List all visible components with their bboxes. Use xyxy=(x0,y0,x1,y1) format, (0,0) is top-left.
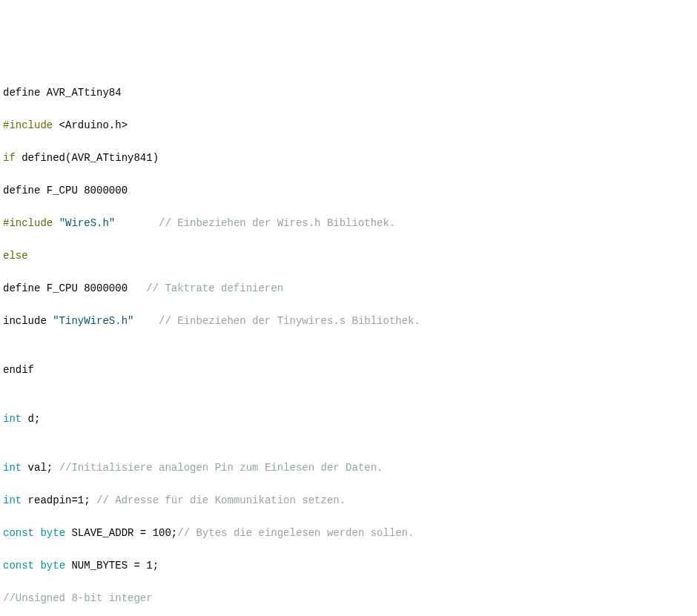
code-line: int readpin=1; // Adresse für die Kommun… xyxy=(3,492,694,509)
code-text: d; xyxy=(22,413,40,425)
code-line: const byte SLAVE_ADDR = 100;// Bytes die… xyxy=(3,525,694,541)
code-line: const byte NUM_BYTES = 1; xyxy=(3,557,694,574)
code-text: defined(AVR_ATtiny841) xyxy=(16,152,159,164)
code-line: #include "WireS.h" // Einbeziehen der Wi… xyxy=(3,215,694,231)
string-literal: "TinyWireS.h" xyxy=(53,315,133,327)
code-line: else xyxy=(3,248,694,264)
comment: //Unsigned 8-bit integer xyxy=(3,592,153,604)
code-block: define AVR_ATtiny84 #include <Arduino.h>… xyxy=(3,68,694,616)
preprocessor-directive: #include xyxy=(3,217,53,229)
string-literal: "WireS.h" xyxy=(59,217,116,229)
comment: // Adresse für die Kommunikation setzen. xyxy=(96,494,346,506)
code-text xyxy=(133,315,159,327)
type-keyword: byte xyxy=(40,560,65,572)
code-text: SLAVE_ADDR = 100; xyxy=(65,527,177,539)
code-text: define AVR_ATtiny84 xyxy=(3,87,122,99)
code-text xyxy=(115,217,159,229)
code-line: if defined(AVR_ATtiny841) xyxy=(3,150,694,166)
code-text: NUM_BYTES = 1; xyxy=(65,560,159,572)
type-keyword: const xyxy=(3,527,34,539)
comment: // Einbeziehen der Tinywires.s Bibliothe… xyxy=(159,315,420,327)
type-keyword: int xyxy=(3,413,22,425)
preprocessor-directive: else xyxy=(3,250,28,262)
comment: // Einbeziehen der Wires.h Bibliothek. xyxy=(159,217,395,229)
code-line: endif xyxy=(3,362,694,378)
code-line: include "TinyWireS.h" // Einbeziehen der… xyxy=(3,313,694,329)
code-line: int val; //Initialisiere analogen Pin zu… xyxy=(3,460,694,476)
code-line: define F_CPU 8000000 xyxy=(3,182,694,199)
comment: // Bytes die eingelesen werden sollen. xyxy=(177,527,414,539)
code-text: <Arduino.h> xyxy=(53,119,128,131)
preprocessor-directive: #include xyxy=(3,119,53,131)
type-keyword: const xyxy=(3,560,34,572)
code-text: val; xyxy=(22,462,59,474)
type-keyword: int xyxy=(3,462,22,474)
comment: // Taktrate definieren xyxy=(146,282,283,294)
code-text: readpin=1; xyxy=(22,494,96,506)
type-keyword: byte xyxy=(40,527,65,539)
code-line: int d; xyxy=(3,411,694,427)
code-text: define F_CPU 8000000 xyxy=(3,282,146,294)
code-line: define AVR_ATtiny84 xyxy=(3,85,694,101)
preprocessor-directive: if xyxy=(3,152,16,164)
code-text: include xyxy=(3,315,53,327)
code-text xyxy=(53,217,59,229)
comment: //Initialisiere analogen Pin zum Einlese… xyxy=(59,462,383,474)
code-line: //Unsigned 8-bit integer xyxy=(3,590,694,606)
code-line: #include <Arduino.h> xyxy=(3,117,694,133)
code-text: define F_CPU 8000000 xyxy=(3,185,128,196)
type-keyword: int xyxy=(3,494,22,506)
code-line: define F_CPU 8000000 // Taktrate definie… xyxy=(3,280,694,297)
code-text: endif xyxy=(3,364,34,376)
